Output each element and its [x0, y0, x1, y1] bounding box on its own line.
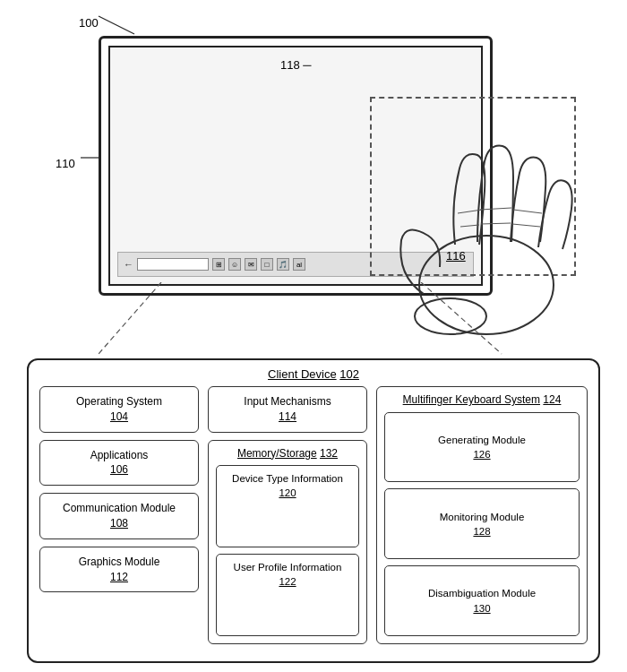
comm-label: Communication Module [46, 501, 193, 516]
svg-line-5 [481, 223, 511, 224]
user-profile-box: User Profile Information 122 [216, 554, 359, 636]
comm-box: Communication Module 108 [39, 493, 199, 539]
svg-line-11 [421, 282, 502, 354]
memory-title: Memory/Storage 132 [209, 441, 366, 466]
graphics-label: Graphics Module [46, 555, 193, 570]
disambiguation-label: Disambiguation Module [428, 586, 536, 600]
multifinger-outer-box: Multifinger Keyboard System 124 Generati… [376, 386, 588, 644]
arrow-110-svg [81, 152, 106, 163]
apps-num: 106 [110, 463, 128, 476]
device-type-num: 120 [279, 487, 296, 498]
svg-line-6 [513, 210, 542, 213]
column-left: Operating System 104 Applications 106 Co… [39, 386, 199, 644]
client-device-num: 102 [339, 367, 359, 381]
label-110: 110 [56, 157, 75, 170]
graphics-num: 112 [110, 571, 128, 583]
connector-lines [90, 282, 537, 358]
device-type-label: Device Type Information [220, 471, 355, 486]
graphics-box: Graphics Module 112 [39, 547, 199, 593]
back-arrow-icon: ← [124, 259, 133, 270]
multifinger-label: Multifinger Keyboard System [403, 393, 540, 406]
taskbar-icon-1: ⊞ [212, 258, 225, 271]
disambiguation-box: Disambiguation Module 130 [384, 565, 580, 636]
label-118: 118 ─ [280, 58, 312, 72]
taskbar-icon-6: al [293, 258, 305, 271]
diagram-box: Client Device 102 Operating System 104 A… [27, 358, 600, 663]
multifinger-inner: Generating Module 126 Monitoring Module … [377, 412, 587, 643]
user-profile-num: 122 [279, 576, 296, 587]
monitoring-num: 128 [473, 526, 490, 537]
apps-box: Applications 106 [39, 440, 199, 487]
memory-num: 132 [320, 447, 338, 460]
os-num: 104 [110, 410, 128, 423]
client-device-title: Client Device 102 [29, 360, 598, 386]
taskbar-icon-3: ✉ [245, 258, 257, 271]
disambiguation-num: 130 [473, 603, 490, 614]
svg-line-10 [99, 282, 161, 354]
input-label: Input Mechanisms [214, 394, 361, 409]
generating-num: 126 [473, 449, 490, 460]
os-box: Operating System 104 [39, 386, 199, 433]
label-116: 116 [446, 249, 466, 263]
column-right: Multifinger Keyboard System 124 Generati… [376, 386, 588, 644]
os-label: Operating System [46, 394, 193, 409]
taskbar-icon-2: ☺ [228, 258, 241, 271]
multifinger-num: 124 [543, 393, 561, 406]
svg-line-3 [460, 225, 479, 227]
memory-inner: Device Type Information 120 User Profile… [209, 465, 366, 643]
input-num: 114 [279, 410, 296, 423]
taskbar-icon-5: 🎵 [277, 258, 289, 271]
svg-line-0 [99, 16, 134, 34]
illustration-area: 100 ← ⊞ ☺ ✉ □ 🎵 al 118 ─ [0, 0, 627, 358]
diagram-body: Operating System 104 Applications 106 Co… [29, 386, 598, 653]
memory-label: Memory/Storage [237, 447, 317, 460]
column-middle: Input Mechanisms 114 Memory/Storage 132 … [208, 386, 367, 644]
generating-label: Generating Module [438, 433, 526, 447]
generating-box: Generating Module 126 [384, 412, 580, 483]
monitor-screen: ← ⊞ ☺ ✉ □ 🎵 al 118 ─ [108, 46, 483, 286]
input-box: Input Mechanisms 114 [208, 386, 367, 433]
client-device-label: Client Device [268, 367, 337, 381]
device-type-box: Device Type Information 120 [216, 465, 359, 547]
multifinger-title: Multifinger Keyboard System 124 [377, 387, 587, 412]
apps-label: Applications [46, 448, 193, 463]
svg-line-7 [512, 224, 540, 227]
monitoring-box: Monitoring Module 128 [384, 488, 580, 559]
svg-line-4 [480, 208, 511, 210]
address-bar [137, 258, 209, 271]
comm-num: 108 [110, 517, 128, 530]
monitoring-label: Monitoring Module [440, 510, 525, 524]
user-profile-label: User Profile Information [220, 560, 355, 574]
taskbar-icon-4: □ [261, 258, 273, 271]
memory-box: Memory/Storage 132 Device Type Informati… [208, 440, 367, 644]
monitor-frame: ← ⊞ ☺ ✉ □ 🎵 al 118 ─ [99, 36, 493, 296]
arrow-100-svg [90, 9, 143, 36]
